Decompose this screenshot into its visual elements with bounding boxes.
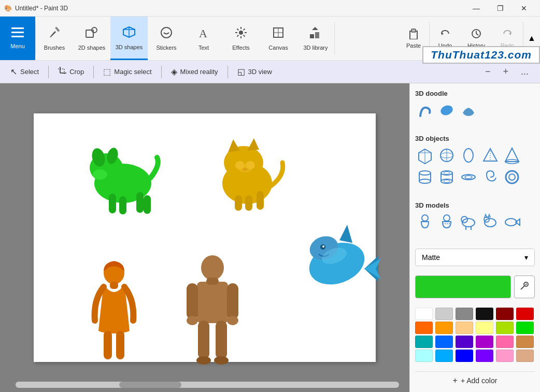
more-options-button[interactable]: ... bbox=[517, 65, 533, 78]
3d-doodle-title: 3D doodle bbox=[415, 90, 535, 97]
color-cell[interactable] bbox=[415, 336, 433, 348]
doodle-shape-1[interactable] bbox=[415, 100, 435, 120]
model-person2[interactable] bbox=[437, 212, 457, 232]
3d-cat-yellow[interactable] bbox=[205, 129, 290, 214]
color-cell[interactable] bbox=[476, 308, 493, 320]
minimize-button[interactable]: — bbox=[464, 0, 488, 17]
obj-tube[interactable] bbox=[437, 167, 457, 187]
color-cell[interactable] bbox=[516, 322, 534, 334]
svg-rect-66 bbox=[116, 331, 124, 359]
svg-rect-45 bbox=[144, 195, 151, 214]
color-cell[interactable] bbox=[516, 336, 534, 348]
color-cell[interactable] bbox=[435, 308, 453, 320]
section-3d-doodle: 3D doodle bbox=[415, 90, 535, 122]
crop-label: Crop bbox=[69, 68, 84, 76]
subtool-3dview[interactable]: ◱ 3D view bbox=[230, 64, 279, 80]
svg-rect-3 bbox=[55, 26, 60, 32]
2dshapes-icon bbox=[85, 26, 98, 42]
zoom-out-button[interactable]: − bbox=[481, 65, 495, 78]
model-fish[interactable] bbox=[502, 212, 522, 232]
color-cell[interactable] bbox=[415, 308, 433, 320]
obj-sphere[interactable] bbox=[437, 146, 457, 165]
toolbar-text[interactable]: A Text bbox=[185, 17, 222, 60]
toolbar-history[interactable]: History bbox=[461, 17, 492, 60]
model-cat[interactable] bbox=[480, 212, 500, 232]
scroll-thumb-h[interactable] bbox=[119, 382, 181, 388]
3d-figure-male[interactable] bbox=[184, 253, 241, 365]
menu-label: Menu bbox=[10, 43, 25, 49]
color-cell[interactable] bbox=[435, 322, 453, 334]
toolbar-collapse[interactable]: ▲ bbox=[523, 17, 540, 60]
color-cell[interactable] bbox=[496, 308, 514, 320]
paint-canvas[interactable] bbox=[34, 113, 376, 362]
toolbar-2dshapes[interactable]: 2D shapes bbox=[73, 17, 110, 60]
color-cell[interactable] bbox=[496, 350, 514, 362]
color-cell[interactable] bbox=[456, 308, 473, 320]
obj-pyramid[interactable] bbox=[480, 146, 500, 165]
color-cell[interactable] bbox=[456, 336, 473, 348]
subtool-select[interactable]: ↖ Select bbox=[3, 64, 46, 80]
color-cell[interactable] bbox=[516, 350, 534, 362]
3dshapes-label: 3D shapes bbox=[116, 44, 143, 50]
toolbar-stickers[interactable]: Stickers bbox=[148, 17, 185, 60]
3d-dog-green[interactable] bbox=[80, 134, 166, 220]
color-cell[interactable] bbox=[456, 350, 473, 362]
obj-cone[interactable] bbox=[502, 146, 522, 165]
color-cell[interactable] bbox=[476, 350, 493, 362]
material-label: Matte bbox=[422, 253, 440, 262]
eyedropper-button[interactable] bbox=[514, 275, 535, 298]
3dlibrary-icon bbox=[309, 26, 322, 42]
subtool-mixed-reality[interactable]: ◈ Mixed reality bbox=[164, 64, 225, 80]
obj-spiral[interactable] bbox=[480, 167, 500, 187]
obj-capsule[interactable] bbox=[459, 146, 478, 165]
subtool-magic-select[interactable]: ⬚ Magic select bbox=[96, 64, 159, 80]
doodle-shape-3[interactable] bbox=[459, 100, 478, 120]
svg-line-18 bbox=[244, 29, 245, 31]
obj-torus[interactable] bbox=[459, 167, 478, 187]
maximize-button[interactable]: ❐ bbox=[488, 0, 512, 17]
color-cell[interactable] bbox=[496, 322, 514, 334]
color-cell[interactable] bbox=[435, 336, 453, 348]
toolbar-3dlibrary[interactable]: 3D library bbox=[297, 17, 334, 60]
color-cell[interactable] bbox=[516, 308, 534, 320]
toolbar-menu[interactable]: Menu bbox=[0, 17, 35, 60]
obj-cylinder[interactable] bbox=[415, 167, 435, 187]
app-icon: 🎨 bbox=[4, 5, 12, 12]
toolbar-brushes[interactable]: Brushes bbox=[36, 17, 73, 60]
redo-icon bbox=[502, 28, 513, 40]
svg-point-96 bbox=[444, 172, 450, 175]
material-dropdown[interactable]: Matte ▾ bbox=[415, 249, 535, 266]
model-person1[interactable] bbox=[415, 212, 435, 232]
model-dog[interactable] bbox=[459, 212, 478, 232]
doodle-shape-2[interactable] bbox=[437, 100, 457, 120]
svg-line-31 bbox=[476, 34, 478, 35]
paste-icon bbox=[408, 28, 419, 40]
obj-ring[interactable] bbox=[502, 167, 522, 187]
toolbar-redo[interactable]: Redo bbox=[492, 17, 523, 60]
active-color-swatch[interactable] bbox=[415, 275, 511, 298]
add-color-button[interactable]: + + Add color bbox=[415, 371, 535, 389]
toolbar-canvas[interactable]: Canvas bbox=[260, 17, 297, 60]
3d-figure-female[interactable] bbox=[91, 258, 137, 362]
zoom-in-button[interactable]: + bbox=[499, 65, 513, 78]
3d-objects-icons bbox=[415, 146, 535, 187]
toolbar-undo[interactable]: Undo bbox=[430, 17, 461, 60]
canvas-area[interactable] bbox=[0, 83, 409, 392]
select-icon: ↖ bbox=[10, 67, 17, 77]
subtool-crop[interactable]: Crop bbox=[51, 64, 91, 80]
color-cell[interactable] bbox=[476, 322, 493, 334]
3d-shark-blue[interactable] bbox=[288, 217, 391, 321]
svg-point-103 bbox=[506, 171, 518, 183]
svg-marker-60 bbox=[339, 225, 352, 243]
obj-cube[interactable] bbox=[415, 146, 435, 165]
color-cell[interactable] bbox=[496, 336, 514, 348]
toolbar-3dshapes[interactable]: 3D shapes bbox=[110, 17, 148, 60]
color-cell[interactable] bbox=[456, 322, 473, 334]
color-cell[interactable] bbox=[435, 350, 453, 362]
toolbar-effects[interactable]: Effects bbox=[222, 17, 260, 60]
color-cell[interactable] bbox=[415, 322, 433, 334]
close-button[interactable]: ✕ bbox=[512, 0, 536, 17]
color-cell[interactable] bbox=[415, 350, 433, 362]
toolbar-paste[interactable]: Paste bbox=[398, 17, 429, 60]
color-cell[interactable] bbox=[476, 336, 493, 348]
